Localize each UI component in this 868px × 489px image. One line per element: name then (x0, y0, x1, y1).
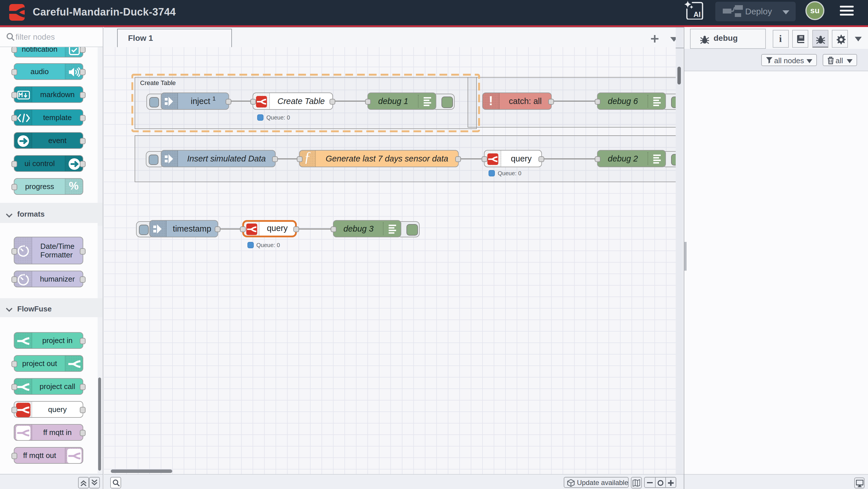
svg-text:AI: AI (693, 10, 701, 19)
